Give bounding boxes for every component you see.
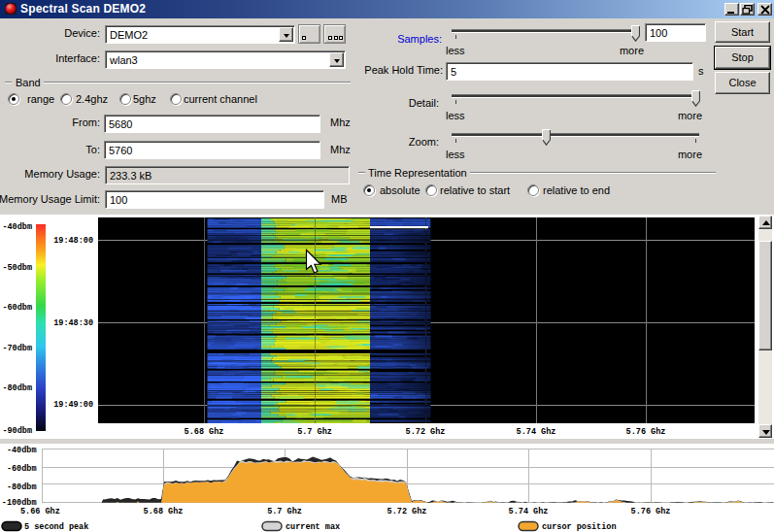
svg-text:5.66 Ghz: 5.66 Ghz (20, 507, 60, 516)
svg-text:5.7 Ghz: 5.7 Ghz (267, 507, 302, 516)
svg-text:-40dbm: -40dbm (2, 222, 32, 232)
svg-text:5.7 Ghz: 5.7 Ghz (297, 427, 332, 437)
svg-text:cursor position: cursor position (542, 522, 617, 532)
svg-text:5.74 Ghz: 5.74 Ghz (517, 427, 556, 437)
svg-text:5.76 Ghz: 5.76 Ghz (631, 507, 671, 516)
svg-text:19:48:00: 19:48:00 (53, 236, 93, 246)
svg-text:-40dbm: -40dbm (7, 446, 37, 455)
svg-text:5.74 Ghz: 5.74 Ghz (509, 507, 549, 516)
svg-text:-80dbm: -80dbm (7, 482, 37, 492)
svg-text:19:49:00: 19:49:00 (53, 400, 93, 410)
svg-text:-60dbm: -60dbm (2, 303, 32, 313)
svg-text:5.72 Ghz: 5.72 Ghz (387, 507, 427, 516)
svg-text:5 second peak: 5 second peak (24, 522, 88, 532)
svg-text:5.68 Ghz: 5.68 Ghz (144, 507, 184, 516)
svg-text:5.76 Ghz: 5.76 Ghz (626, 427, 666, 437)
svg-text:-90dbm: -90dbm (2, 426, 32, 436)
svg-text:current max: current max (286, 522, 340, 532)
svg-text:5.68 Ghz: 5.68 Ghz (185, 427, 224, 437)
svg-text:19:48:30: 19:48:30 (53, 318, 93, 328)
svg-text:-60dbm: -60dbm (7, 464, 37, 474)
svg-text:5.72 Ghz: 5.72 Ghz (406, 427, 446, 437)
svg-text:-70dbm: -70dbm (2, 344, 32, 353)
svg-text:-80dbm: -80dbm (2, 383, 32, 393)
svg-text:-50dbm: -50dbm (2, 263, 32, 273)
